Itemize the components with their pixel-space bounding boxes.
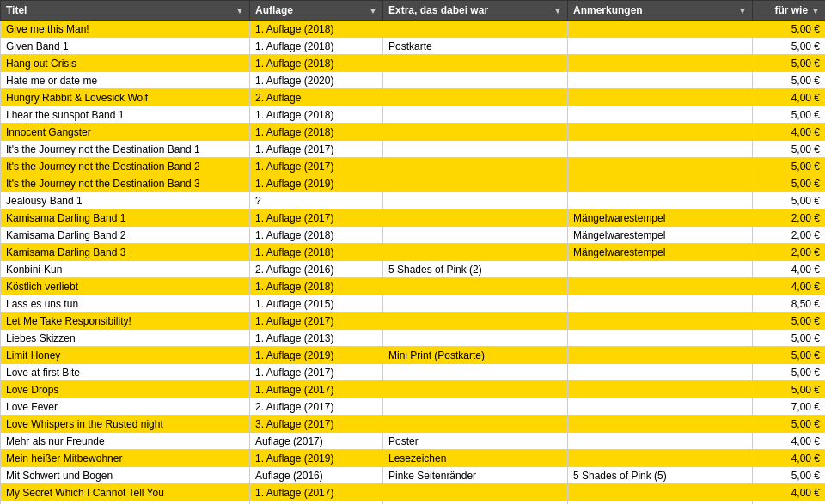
cell-titel: Give me this Man! xyxy=(1,21,250,38)
table-row: Mit Schwert und BogenAuflage (2016)Pinke… xyxy=(1,467,826,484)
table-row: Let Me Take Responsibility!1. Auflage (2… xyxy=(1,313,826,330)
cell-anmerkungen: Mängelwarestempel xyxy=(568,209,753,227)
cell-titel: Lass es uns tun xyxy=(1,295,250,313)
cell-fuerwie: 4,00 € xyxy=(753,450,826,467)
sort-auflage-icon: ▼ xyxy=(369,6,377,15)
header-row: Titel ▼ Auflage ▼ Extra, das dabei war ▼ xyxy=(1,1,826,21)
cell-titel: Kamisama Darling Band 2 xyxy=(1,227,250,244)
cell-anmerkungen xyxy=(568,278,753,295)
cell-auflage: ? xyxy=(250,192,383,209)
sort-titel-icon: ▼ xyxy=(235,6,244,15)
cell-titel: My Secret Which I Cannot Tell You xyxy=(1,484,250,501)
cell-anmerkungen xyxy=(568,416,753,433)
cell-anmerkungen xyxy=(568,433,753,450)
table-row: Kamisama Darling Band 11. Auflage (2017)… xyxy=(1,209,826,227)
main-table-container[interactable]: Titel ▼ Auflage ▼ Extra, das dabei war ▼ xyxy=(0,0,825,504)
cell-fuerwie: 2,00 € xyxy=(753,227,826,244)
cell-anmerkungen xyxy=(568,295,753,313)
cell-auflage: 1. Auflage (2015) xyxy=(250,295,383,313)
cell-auflage: 1. Auflage (2018) xyxy=(250,106,383,124)
table-row: It's the Journey not the Destination Ban… xyxy=(1,175,826,192)
cell-extra: Postkarte xyxy=(383,38,568,55)
cell-titel: Love at first Bite xyxy=(1,364,250,381)
table-row: Give me this Man!1. Auflage (2018)5,00 € xyxy=(1,21,826,38)
table-row: Love Drops1. Auflage (2017)5,00 € xyxy=(1,381,826,398)
cell-fuerwie: 5,00 € xyxy=(753,381,826,398)
cell-extra xyxy=(383,106,568,124)
cell-titel: Love Fever xyxy=(1,398,250,416)
cell-titel: Hungry Rabbit & Lovesick Wolf xyxy=(1,89,250,106)
cell-extra: 5 Shades of Pink (2) xyxy=(383,261,568,278)
cell-titel: Hate me or date me xyxy=(1,72,250,89)
cell-extra xyxy=(383,278,568,295)
cell-extra xyxy=(383,192,568,209)
cell-anmerkungen xyxy=(568,192,753,209)
cell-extra xyxy=(383,364,568,381)
cell-fuerwie: 5,00 € xyxy=(753,347,826,364)
cell-extra xyxy=(383,124,568,141)
cell-titel: It's the Journey not the Destination Ban… xyxy=(1,175,250,192)
cell-titel: Limit Honey xyxy=(1,347,250,364)
cell-fuerwie: 5,00 € xyxy=(753,192,826,209)
table-row: Liebes Skizzen1. Auflage (2013)5,00 € xyxy=(1,330,826,347)
cell-auflage: Auflage (2017) xyxy=(250,433,383,450)
cell-anmerkungen xyxy=(568,124,753,141)
cell-auflage: 1. Auflage (2020) xyxy=(250,72,383,89)
header-extra[interactable]: Extra, das dabei war ▼ xyxy=(383,1,568,21)
cell-fuerwie: 5,00 € xyxy=(753,141,826,158)
cell-anmerkungen xyxy=(568,141,753,158)
cell-anmerkungen xyxy=(568,175,753,192)
table-row: Love Whispers in the Rusted night3. Aufl… xyxy=(1,416,826,433)
cell-auflage: 1. Auflage (2017) xyxy=(250,209,383,227)
table-row: Kamisama Darling Band 21. Auflage (2018)… xyxy=(1,227,826,244)
cell-fuerwie: 5,00 € xyxy=(753,313,826,330)
cell-extra xyxy=(383,501,568,505)
cell-titel: Konbini-Kun xyxy=(1,261,250,278)
cell-anmerkungen xyxy=(568,347,753,364)
cell-anmerkungen xyxy=(568,89,753,106)
sort-extra-icon: ▼ xyxy=(553,6,562,15)
header-titel[interactable]: Titel ▼ xyxy=(1,1,250,21)
header-auflage[interactable]: Auflage ▼ xyxy=(250,1,383,21)
cell-auflage: 1. Auflage (2019) xyxy=(250,175,383,192)
cell-auflage: 1. Auflage (2017) xyxy=(250,158,383,175)
cell-fuerwie: 4,00 € xyxy=(753,261,826,278)
cell-anmerkungen xyxy=(568,398,753,416)
cell-extra xyxy=(383,381,568,398)
header-anmerkungen[interactable]: Anmerkungen ▼ xyxy=(568,1,753,21)
cell-auflage: 1. Auflage (2017) xyxy=(250,381,383,398)
cell-anmerkungen xyxy=(568,106,753,124)
cell-anmerkungen xyxy=(568,330,753,347)
cell-auflage: 1. Auflage (2018) xyxy=(250,38,383,55)
cell-anmerkungen xyxy=(568,261,753,278)
cell-anmerkungen xyxy=(568,72,753,89)
cell-fuerwie: 4,00 € xyxy=(753,433,826,450)
cell-auflage: 1. Auflage (2018) xyxy=(250,21,383,38)
cell-fuerwie: 5,00 € xyxy=(753,55,826,72)
table-row: Kamisama Darling Band 31. Auflage (2018)… xyxy=(1,244,826,261)
cell-titel: Mit Schwert und Bogen xyxy=(1,467,250,484)
cell-auflage: 1. Auflage (2019) xyxy=(250,450,383,467)
cell-extra: Poster xyxy=(383,433,568,450)
header-fuerwie[interactable]: für wie ▼ xyxy=(753,1,826,21)
cell-extra xyxy=(383,55,568,72)
cell-anmerkungen: Mängelwarestempel xyxy=(568,244,753,261)
cell-auflage: 1. Auflage (2018) xyxy=(250,55,383,72)
cell-auflage: 1. Auflage (2017) xyxy=(250,141,383,158)
cell-auflage: 1. Auflage (2016) xyxy=(250,501,383,505)
cell-anmerkungen xyxy=(568,484,753,501)
cell-anmerkungen: 5 Shades of Pink (5) xyxy=(568,467,753,484)
cell-fuerwie: 5,00 € xyxy=(753,158,826,175)
cell-fuerwie: 2,00 € xyxy=(753,209,826,227)
table-row: Hang out Crisis1. Auflage (2018)5,00 € xyxy=(1,55,826,72)
cell-titel: Innocent Gangster xyxy=(1,124,250,141)
cell-fuerwie: 4,00 € xyxy=(753,484,826,501)
cell-titel: Kamisama Darling Band 1 xyxy=(1,209,250,227)
cell-fuerwie: 4,00 € xyxy=(753,89,826,106)
cell-titel: Kamisama Darling Band 3 xyxy=(1,244,250,261)
cell-anmerkungen xyxy=(568,38,753,55)
cell-fuerwie: 7,00 € xyxy=(753,398,826,416)
table-row: Hate me or date me1. Auflage (2020)5,00 … xyxy=(1,72,826,89)
cell-auflage: 1. Auflage (2018) xyxy=(250,278,383,295)
cell-fuerwie: 5,00 € xyxy=(753,106,826,124)
